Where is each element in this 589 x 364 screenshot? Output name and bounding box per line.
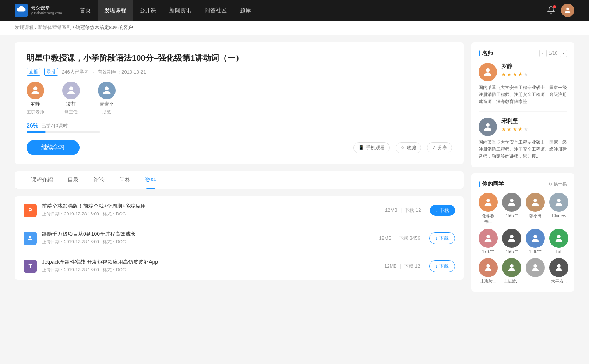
nav-more[interactable]: ··· xyxy=(258,0,276,21)
classmates-header: 你的同学 ↻ 换一换 xyxy=(479,181,567,188)
continue-button[interactable]: 继续学习 xyxy=(27,140,80,155)
user-avatar[interactable] xyxy=(561,4,574,17)
teacher-profile-1: 宋利坚 ★ ★ ★ ★ ★ 国内某重点大学安全工程专业硕士，国家一级注册消防工程… xyxy=(479,118,567,160)
tab-intro[interactable]: 课程介绍 xyxy=(24,171,60,189)
star-4: ★ xyxy=(518,71,523,77)
classmate-name-8: 上班族... xyxy=(480,279,496,284)
nav-news[interactable]: 新闻资讯 xyxy=(163,0,198,21)
classmate-avatar-5[interactable] xyxy=(502,229,521,248)
favorite-button[interactable]: ☆ 收藏 xyxy=(396,142,421,153)
share-button[interactable]: ↗ 分享 xyxy=(427,142,452,153)
download-label-0: 下载 xyxy=(440,207,449,214)
classmate-name-10: ... xyxy=(533,279,537,283)
tab-qa[interactable]: 问答 xyxy=(112,171,138,189)
classmates-title: 你的同学 xyxy=(479,181,504,188)
classmate-avatar-7[interactable] xyxy=(549,229,568,248)
classmate-name-1: 1567** xyxy=(505,213,518,218)
classmate-name-5: 1567** xyxy=(505,249,518,254)
nav-items: 首页 发现课程 公开课 新闻资讯 问答社区 题库 ··· xyxy=(73,0,547,21)
phone-watch-button[interactable]: 📱 手机观看 xyxy=(353,142,390,153)
phone-icon: 📱 xyxy=(358,145,364,150)
teacher-role-0: 主讲老师 xyxy=(27,109,44,115)
teacher-name-2: 青青平 xyxy=(100,101,114,107)
download-label-2: 下载 xyxy=(439,263,449,270)
phone-watch-label: 手机观看 xyxy=(366,144,385,151)
classmate-item-11: 求平稳... xyxy=(549,258,568,284)
progress-section: 26% 已学习0课时 xyxy=(27,122,452,133)
course-title: 明星中教授课，小学阶段语法100分–强化级第1讲动词（一） xyxy=(27,53,452,64)
refresh-button[interactable]: ↻ 换一换 xyxy=(549,181,567,187)
download-icon-0: ↓ xyxy=(436,207,438,213)
download-button-0[interactable]: ↓ 下载 xyxy=(430,205,455,216)
resource-meta-2: 上传日期：2019-12-28 16:00 格式：DOC xyxy=(42,267,375,273)
tab-resources[interactable]: 资料 xyxy=(138,171,163,189)
classmate-item-6: 1867** xyxy=(526,229,545,254)
teacher-prev-button[interactable]: ‹ xyxy=(539,50,547,57)
download-icon-1: ↓ xyxy=(435,235,438,241)
svg-point-16 xyxy=(510,264,513,268)
download-button-2[interactable]: ↓ 下载 xyxy=(429,260,455,272)
svg-point-10 xyxy=(557,199,560,202)
classmate-avatar-8[interactable] xyxy=(479,258,498,277)
nav-home[interactable]: 首页 xyxy=(73,0,98,21)
classmate-avatar-2[interactable] xyxy=(526,193,545,212)
breadcrumb-home[interactable]: 发现课程 xyxy=(15,25,34,30)
tab-comments[interactable]: 评论 xyxy=(86,171,112,189)
navbar: 云朵课堂 yundouketang.com 首页 发现课程 公开课 新闻资讯 问… xyxy=(0,0,589,21)
breadcrumb-series[interactable]: 新媒体营销系列 xyxy=(38,25,71,30)
teachers-card: 名师 ‹ 1/10 › 罗静 ★ xyxy=(471,42,574,167)
classmate-avatar-6[interactable] xyxy=(526,229,545,248)
classmate-avatar-0[interactable] xyxy=(479,193,498,212)
action-row: 继续学习 📱 手机观看 ☆ 收藏 ↗ 分享 xyxy=(27,140,452,155)
tab-catalog[interactable]: 目录 xyxy=(60,171,86,189)
svg-point-11 xyxy=(486,235,490,238)
teacher-next-button[interactable]: › xyxy=(560,50,567,57)
download-button-1[interactable]: ↓ 下载 xyxy=(429,232,455,244)
classmate-item-5: 1567** xyxy=(502,229,521,254)
classmate-avatar-3[interactable] xyxy=(549,193,568,212)
bell-button[interactable] xyxy=(547,6,555,15)
classmate-avatar-10[interactable] xyxy=(526,258,545,277)
download-label-1: 下载 xyxy=(439,235,449,242)
resource-size-1: 12MB xyxy=(379,235,392,241)
teachers-card-title: 名师 xyxy=(479,50,493,57)
nav-qa[interactable]: 问答社区 xyxy=(198,0,233,21)
svg-point-2 xyxy=(69,86,73,90)
nav-discover[interactable]: 发现课程 xyxy=(98,0,133,21)
logo[interactable]: 云朵课堂 yundouketang.com xyxy=(15,4,62,17)
classmates-grid: 化学教书... 1567** 张小田 xyxy=(479,193,567,284)
teacher-divider-2 xyxy=(89,91,89,106)
nav-quiz[interactable]: 题库 xyxy=(233,0,258,21)
classmate-item-9: 上班族... xyxy=(502,258,521,284)
classmate-avatar-4[interactable] xyxy=(479,229,498,248)
sidebar-teacher-stars-0: ★ ★ ★ ★ ★ xyxy=(501,71,528,77)
resource-downloads-0: 下载 12 xyxy=(405,207,421,214)
sidebar-teacher-name-0: 罗静 xyxy=(501,63,528,70)
refresh-label: 换一换 xyxy=(554,181,567,187)
star-3b: ★ xyxy=(512,126,517,132)
teacher-item-2: 青青平 助教 xyxy=(98,82,116,115)
svg-point-5 xyxy=(486,68,490,72)
star-2b: ★ xyxy=(507,126,512,132)
progress-label: 已学习0课时 xyxy=(41,122,68,129)
breadcrumb: 发现课程 / 新媒体营销系列 / 销冠修炼术搞定80%的客户 xyxy=(0,21,589,35)
share-icon: ↗ xyxy=(432,145,436,150)
student-count: 246人已学习 xyxy=(62,69,89,75)
teacher-profile-top-0: 罗静 ★ ★ ★ ★ ★ xyxy=(479,63,567,81)
classmate-avatar-1[interactable] xyxy=(502,193,521,212)
sidebar-teacher-info-0: 罗静 ★ ★ ★ ★ ★ xyxy=(501,63,528,77)
nav-right xyxy=(547,4,574,17)
teachers-row: 罗静 主讲老师 凌荷 班主任 青青平 助教 xyxy=(27,82,452,115)
classmate-item-10: ... xyxy=(526,258,545,284)
classmate-avatar-9[interactable] xyxy=(502,258,521,277)
star-4b: ★ xyxy=(518,126,523,132)
tabs-bar: 课程介绍 目录 评论 问答 资料 xyxy=(15,171,464,189)
progress-bar-bg xyxy=(27,131,100,133)
resource-info-2: Jetpack全组件实战 开发短视频应用高仿皮皮虾App 上传日期：2019-1… xyxy=(42,259,375,273)
progress-bar-fill xyxy=(27,131,46,133)
badge-live: 直播 xyxy=(27,68,40,76)
nav-open[interactable]: 公开课 xyxy=(133,0,163,21)
teacher-pagination-label: 1/10 xyxy=(549,51,557,56)
star-3: ★ xyxy=(512,71,517,77)
classmate-avatar-11[interactable] xyxy=(549,258,568,277)
